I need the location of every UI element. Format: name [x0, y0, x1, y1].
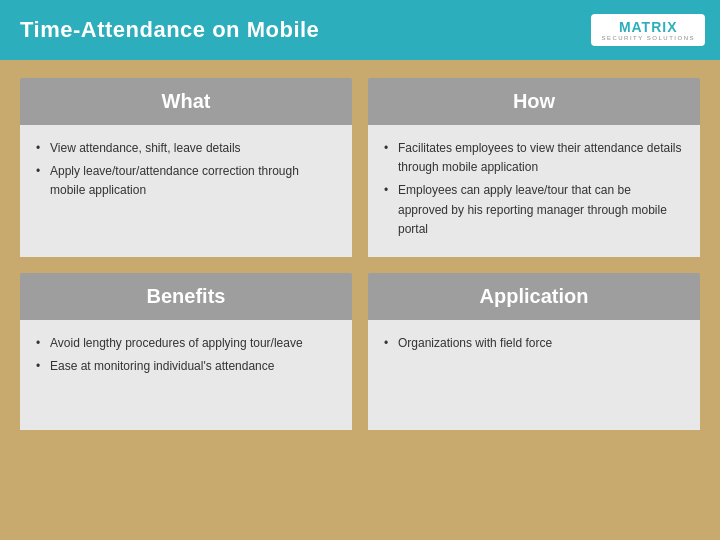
- logo-brand: MATRIX: [619, 19, 678, 35]
- card-how-body: Facilitates employees to view their atte…: [368, 125, 700, 257]
- logo: MATRIX SECURITY SOLUTIONS: [591, 14, 705, 46]
- cards-grid: What View attendance, shift, leave detai…: [0, 60, 720, 448]
- list-item: Facilitates employees to view their atte…: [384, 139, 684, 177]
- card-benefits-body: Avoid lengthy procedures of applying tou…: [20, 320, 352, 430]
- card-application-header: Application: [368, 273, 700, 320]
- card-what-header: What: [20, 78, 352, 125]
- list-item: Organizations with field force: [384, 334, 684, 353]
- card-how: How Facilitates employees to view their …: [368, 78, 700, 257]
- list-item: Avoid lengthy procedures of applying tou…: [36, 334, 336, 353]
- list-item: Apply leave/tour/attendance correction t…: [36, 162, 336, 200]
- list-item: View attendance, shift, leave details: [36, 139, 336, 158]
- list-item: Ease at monitoring individual's attendan…: [36, 357, 336, 376]
- card-application: Application Organizations with field for…: [368, 273, 700, 430]
- page-title: Time-Attendance on Mobile: [20, 17, 319, 43]
- logo-sub: SECURITY SOLUTIONS: [601, 35, 695, 41]
- card-benefits-header: Benefits: [20, 273, 352, 320]
- card-benefits: Benefits Avoid lengthy procedures of app…: [20, 273, 352, 430]
- card-application-body: Organizations with field force: [368, 320, 700, 430]
- card-how-header: How: [368, 78, 700, 125]
- card-what-body: View attendance, shift, leave details Ap…: [20, 125, 352, 257]
- card-what: What View attendance, shift, leave detai…: [20, 78, 352, 257]
- header: Time-Attendance on Mobile MATRIX SECURIT…: [0, 0, 720, 60]
- list-item: Employees can apply leave/tour that can …: [384, 181, 684, 239]
- page-wrapper: Time-Attendance on Mobile MATRIX SECURIT…: [0, 0, 720, 540]
